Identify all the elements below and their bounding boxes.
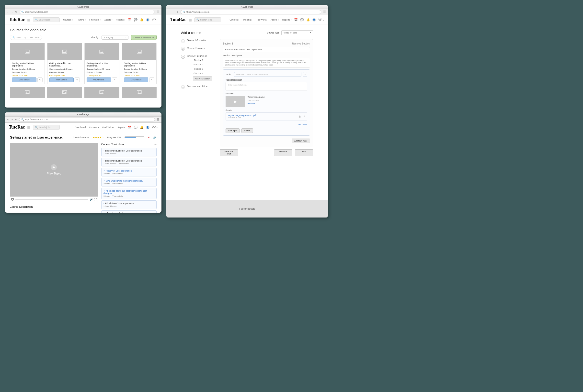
video-player[interactable]: ▶ Play Topic (10, 143, 98, 196)
nav-link[interactable]: Find Work ▾ (256, 18, 267, 21)
trash-icon[interactable]: 🗑 (299, 115, 301, 118)
next-button[interactable]: Next (295, 149, 313, 156)
avatar-icon[interactable]: 👤 (146, 126, 149, 129)
nav-link[interactable]: Find Trainer (102, 126, 114, 128)
bell-icon[interactable]: 🔔 (140, 18, 144, 22)
add-section-button[interactable]: Add New Section (193, 76, 212, 81)
view-details-link[interactable]: View details (112, 195, 123, 197)
bell-icon[interactable]: 🔔 (306, 18, 310, 22)
play-button-icon[interactable]: ▶ (11, 198, 14, 201)
apps-grid-icon[interactable]: ▦ (189, 18, 192, 22)
view-details-link[interactable]: View details (118, 162, 129, 165)
section-link[interactable]: - Section 3 (193, 68, 212, 70)
view-details-link[interactable]: View details (112, 172, 123, 175)
bell-icon[interactable]: 🔔 (140, 126, 144, 129)
course-search-input[interactable]: 🔍 Search by course name (10, 35, 42, 40)
add-new-topic-button[interactable]: Add New Topic (292, 138, 310, 143)
add-assets-link[interactable]: Add Assets (298, 124, 307, 126)
apps-grid-icon[interactable]: ▦ (27, 18, 30, 22)
remove-section-link[interactable]: Remove Section (292, 42, 310, 45)
view-details-link[interactable]: View details (112, 182, 123, 185)
nav-fwd-icon[interactable]: → (11, 11, 13, 13)
nav-link[interactable]: Training ▾ (76, 18, 86, 21)
logo[interactable]: TutoRac (170, 17, 186, 22)
save-draft-button[interactable]: Save as a draft (220, 149, 238, 156)
topic-expand-button[interactable]: ▾ (303, 72, 307, 77)
wizard-step[interactable]: 1Genral Information (181, 39, 215, 43)
share-icon[interactable]: 🔗 (153, 136, 157, 139)
calendar-icon[interactable]: 📅 (128, 126, 131, 129)
url-bar[interactable]: 🔍 https://www.tutoroc.com (19, 118, 155, 122)
nav-link[interactable]: Find Work ▾ (89, 18, 101, 21)
curriculum-item[interactable]: ◦effect of Usablity in user experience1 … (101, 210, 157, 212)
avatar-icon[interactable]: 👤 (146, 18, 149, 22)
avatar-icon[interactable]: 👤 (313, 18, 316, 22)
course-type-dropdown[interactable]: Video for sale▾ (281, 30, 313, 35)
chat-icon[interactable]: 💬 (300, 18, 304, 22)
search-input[interactable]: 🔍 Search jobs (33, 17, 60, 22)
view-details-button[interactable]: View Details (12, 78, 37, 82)
curriculum-item[interactable]: ●Who was behind the user experience?30 m… (101, 178, 157, 186)
chat-icon[interactable]: 💬 (134, 126, 138, 129)
user-menu[interactable]: VP ▾ (152, 126, 158, 129)
hamburger-icon[interactable]: ☰ (157, 118, 159, 121)
nav-link[interactable]: Courses ▾ (63, 18, 73, 21)
search-input[interactable]: 🔍 Search jobs (33, 125, 60, 130)
wizard-step[interactable]: 4Discount and Price (181, 85, 215, 89)
curriculum-item[interactable]: ◦Basic Introduction of User experience1 … (101, 148, 157, 156)
nav-fwd-icon[interactable]: → (11, 118, 13, 121)
volume-icon[interactable]: 🔊 (90, 198, 93, 201)
category-dropdown[interactable]: Category▾ (102, 35, 128, 40)
user-menu[interactable]: VP ▾ (318, 18, 324, 22)
view-details-button[interactable]: View Details (50, 78, 74, 82)
download-icon[interactable]: ⇩ (303, 115, 305, 118)
section-desc-textarea[interactable]: Lorem Ipsum is simply dummy text of the … (223, 58, 310, 68)
topic-desc-textarea[interactable]: Enter the details here. (225, 82, 307, 90)
fullscreen-icon[interactable]: ⛶ (94, 198, 97, 201)
nav-refresh-icon[interactable]: ↻ (15, 118, 17, 121)
wizard-step[interactable]: 3Course Curriculum- Section 1- Section 2… (181, 55, 215, 81)
curriculum-item[interactable]: ◦Principles of User experience1 hour 30 … (101, 200, 157, 209)
edit-icon[interactable]: ✎ (112, 78, 117, 82)
create-course-button[interactable]: Create a new course (131, 35, 157, 40)
play-icon[interactable]: ▶ (51, 164, 57, 170)
chat-icon[interactable]: 💬 (134, 18, 138, 22)
section-link[interactable]: - Section 4 (193, 72, 212, 74)
nav-link[interactable]: Courses ▾ (229, 18, 239, 21)
nav-link[interactable]: Reports ▾ (282, 18, 292, 21)
nav-back-icon[interactable]: ← (7, 11, 9, 13)
curriculum-item[interactable]: ●History of User experience30 mins View … (101, 168, 157, 176)
nav-link[interactable]: Assets ▾ (270, 18, 279, 21)
hamburger-icon[interactable]: ☰ (323, 10, 326, 14)
cancel-button[interactable]: Cancel (241, 128, 253, 133)
nav-refresh-icon[interactable]: ↻ (177, 11, 179, 13)
star-rating[interactable]: ★★★★☆ (93, 136, 104, 139)
view-details-button[interactable]: View Details (87, 78, 111, 82)
nav-link[interactable]: Reports (117, 126, 125, 128)
section-link[interactable]: - Section 2 (193, 63, 212, 66)
seek-bar[interactable] (16, 199, 88, 200)
logo[interactable]: TutoRac (9, 17, 25, 22)
nav-link[interactable]: Training ▾ (243, 18, 252, 21)
arrow-right-icon[interactable]: ➔ (154, 143, 157, 146)
heart-icon[interactable]: ❤ (148, 136, 150, 139)
topic-title-input[interactable]: Basic Introduction of User experience (234, 72, 302, 77)
nav-fwd-icon[interactable]: → (172, 11, 175, 13)
nav-link[interactable]: Dashboard (75, 126, 86, 128)
nav-link[interactable]: Courses ▾ (89, 126, 99, 128)
nav-back-icon[interactable]: ← (7, 118, 9, 121)
section-link[interactable]: - Section 1 (193, 59, 212, 61)
search-input[interactable]: 🔍 Search jobs (194, 17, 221, 22)
url-bar[interactable]: 🔍 https://www.tutoroc.com (19, 10, 155, 14)
nav-refresh-icon[interactable]: ↻ (15, 11, 17, 13)
hamburger-icon[interactable]: ☰ (157, 10, 159, 14)
apps-grid-icon[interactable]: ▦ (27, 125, 30, 129)
video-thumb[interactable]: ▶ (225, 96, 245, 107)
add-topic-button[interactable]: Add Topic (225, 128, 239, 133)
edit-icon[interactable]: ✎ (38, 78, 43, 82)
nav-back-icon[interactable]: ← (168, 11, 170, 13)
previous-button[interactable]: Previous (274, 149, 292, 156)
edit-icon[interactable]: ✎ (75, 78, 80, 82)
curriculum-item[interactable]: ●Knodidge about our best user experience… (101, 188, 157, 199)
edit-icon[interactable]: ✎ (149, 78, 154, 82)
